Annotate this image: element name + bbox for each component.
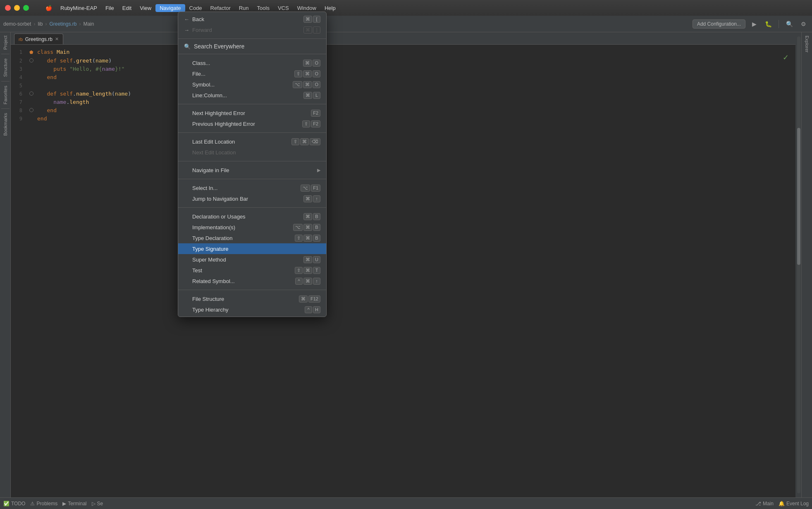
submenu-arrow-navigate-file: ▶ [317, 168, 320, 173]
menu-item-select-in[interactable]: Select In... ⌥ F1 [178, 182, 326, 193]
separator-3 [178, 104, 326, 104]
menu-search-everywhere-label: Search Everywhere [194, 43, 320, 50]
menu-next-error-label: Next Highlighted Error [192, 110, 311, 116]
menu-last-edit-shortcut: ⇧ ⌘ ⌫ [291, 138, 320, 145]
menu-item-type-declaration[interactable]: Type Declaration ⇧ ⌘ B [178, 233, 326, 243]
menu-file-structure-label: File Structure [192, 296, 299, 302]
menu-jump-navbar-shortcut: ⌘ ↑ [303, 195, 320, 202]
menu-item-type-hierarchy[interactable]: Type Hierarchy ^ H [178, 304, 326, 315]
menu-section-navigation: ← Back ⌘ [ → Forward ⌘ ] [178, 12, 326, 37]
menu-section-select-jump: Select In... ⌥ F1 Jump to Navigation Bar… [178, 181, 326, 206]
menu-item-line-column[interactable]: Line:Column... ⌘ L [178, 90, 326, 101]
menu-back-label: Back [192, 16, 303, 22]
menu-file-structure-shortcut: ⌘ F12 [299, 295, 320, 303]
menu-super-method-shortcut: ⌘ U [303, 256, 320, 263]
menu-line-column-shortcut: ⌘ L [303, 92, 320, 99]
menu-type-signature-label: Type Signature [192, 246, 320, 252]
menu-line-column-label: Line:Column... [192, 92, 303, 98]
menu-item-declaration[interactable]: Declaration or Usages ⌘ B [178, 211, 326, 222]
menu-next-error-shortcut: F2 [311, 110, 320, 117]
menu-item-last-edit[interactable]: Last Edit Location ⇧ ⌘ ⌫ [178, 136, 326, 147]
menu-declaration-label: Declaration or Usages [192, 214, 303, 220]
menu-item-forward: → Forward ⌘ ] [178, 24, 326, 35]
menu-type-hierarchy-label: Type Hierarchy [192, 307, 305, 313]
menu-item-implementations[interactable]: Implementation(s) ⌥ ⌘ B [178, 222, 326, 233]
menu-item-navigate-in-file[interactable]: Navigate in File ▶ [178, 165, 326, 175]
menu-item-test[interactable]: Test ⇧ ⌘ T [178, 265, 326, 276]
menu-prev-error-label: Previous Highlighted Error [192, 121, 302, 127]
menu-forward-shortcut: ⌘ ] [303, 26, 320, 34]
menu-implementations-shortcut: ⌥ ⌘ B [293, 224, 320, 231]
menu-next-edit-label: Next Edit Location [192, 149, 320, 156]
menu-file-label: File... [192, 71, 294, 77]
menu-declaration-shortcut: ⌘ B [303, 213, 320, 220]
menu-class-shortcut: ⌘ O [303, 60, 320, 67]
forward-icon: → [184, 27, 192, 33]
menu-item-file-structure[interactable]: File Structure ⌘ F12 [178, 293, 326, 304]
menu-item-next-error[interactable]: Next Highlighted Error F2 [178, 108, 326, 118]
menu-related-symbol-shortcut: ^ ⌘ ↑ [295, 278, 320, 285]
menu-section-declarations: Declaration or Usages ⌘ B Implementation… [178, 209, 326, 288]
menu-section-navigation-types: Class... ⌘ O File... ⇧ ⌘ O Symbol... [178, 56, 326, 102]
separator-6 [178, 179, 326, 179]
menu-test-label: Test [192, 267, 295, 274]
menu-item-prev-error[interactable]: Previous Highlighted Error ⇧ F2 [178, 118, 326, 129]
menu-last-edit-label: Last Edit Location [192, 139, 291, 145]
menu-section-structure: File Structure ⌘ F12 Type Hierarchy ^ H [178, 292, 326, 317]
separator-8 [178, 290, 326, 290]
menu-type-declaration-shortcut: ⇧ ⌘ B [295, 235, 320, 242]
menu-item-type-signature[interactable]: Type Signature [178, 243, 326, 254]
menu-file-shortcut: ⇧ ⌘ O [294, 70, 320, 77]
menu-section-errors: Next Highlighted Error F2 Previous Highl… [178, 106, 326, 131]
menu-item-jump-navbar[interactable]: Jump to Navigation Bar ⌘ ↑ [178, 193, 326, 204]
menu-prev-error-shortcut: ⇧ F2 [302, 120, 320, 127]
menu-item-search-everywhere[interactable]: 🔍 Search Everywhere [178, 41, 326, 52]
menu-item-back[interactable]: ← Back ⌘ [ [178, 14, 326, 24]
menu-symbol-shortcut: ⌥ ⌘ O [293, 81, 320, 88]
separator-2 [178, 54, 326, 54]
menu-forward-label: Forward [192, 27, 303, 33]
menu-super-method-label: Super Method [192, 257, 303, 263]
separator-1 [178, 38, 326, 39]
menu-section-file-navigation: Navigate in File ▶ [178, 163, 326, 177]
menu-type-declaration-label: Type Declaration [192, 235, 295, 241]
separator-7 [178, 207, 326, 208]
menu-navigate-file-label: Navigate in File [192, 167, 315, 173]
search-everywhere-icon: 🔍 [184, 43, 191, 50]
menu-item-class[interactable]: Class... ⌘ O [178, 58, 326, 68]
menu-section-edit-locations: Last Edit Location ⇧ ⌘ ⌫ Next Edit Locat… [178, 134, 326, 159]
menu-class-label: Class... [192, 60, 303, 66]
menu-item-file[interactable]: File... ⇧ ⌘ O [178, 68, 326, 79]
menu-type-hierarchy-shortcut: ^ H [305, 306, 320, 313]
menu-back-shortcut: ⌘ [ [303, 16, 320, 23]
menu-item-super-method[interactable]: Super Method ⌘ U [178, 254, 326, 265]
menu-item-related-symbol[interactable]: Related Symbol... ^ ⌘ ↑ [178, 276, 326, 286]
menu-implementations-label: Implementation(s) [192, 224, 293, 230]
menu-symbol-label: Symbol... [192, 82, 293, 88]
separator-4 [178, 132, 326, 133]
separator-5 [178, 161, 326, 161]
menu-item-symbol[interactable]: Symbol... ⌥ ⌘ O [178, 79, 326, 90]
menu-select-in-shortcut: ⌥ F1 [301, 185, 320, 192]
menu-test-shortcut: ⇧ ⌘ T [295, 267, 320, 274]
navigate-dropdown-menu: ← Back ⌘ [ → Forward ⌘ ] 🔍 Search Everyw… [178, 12, 327, 317]
menu-select-in-label: Select In... [192, 185, 301, 191]
menu-item-next-edit: Next Edit Location [178, 147, 326, 158]
menu-related-symbol-label: Related Symbol... [192, 278, 295, 284]
menu-overlay[interactable]: ← Back ⌘ [ → Forward ⌘ ] 🔍 Search Everyw… [0, 0, 812, 509]
menu-jump-navbar-label: Jump to Navigation Bar [192, 196, 303, 202]
back-icon: ← [184, 16, 192, 22]
